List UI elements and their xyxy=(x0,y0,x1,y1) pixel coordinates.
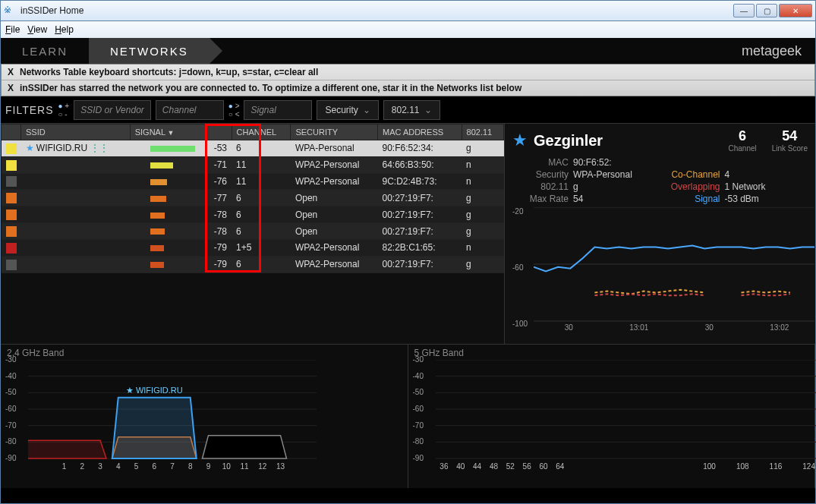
svg-text:64: 64 xyxy=(556,462,565,471)
table-row[interactable]: -796WPA2-Personal00:27:19:F7:g xyxy=(2,256,504,272)
table-row[interactable]: -791+5WPA2-Personal82:2B:C1:65:n xyxy=(2,239,504,256)
svg-text:13:02: 13:02 xyxy=(770,323,789,332)
svg-marker-16 xyxy=(112,398,197,458)
filter-channel-input[interactable]: Channel xyxy=(156,100,224,120)
svg-text:1: 1 xyxy=(62,462,67,471)
menu-file[interactable]: File xyxy=(5,24,20,35)
table-row[interactable]: -776Open00:27:19:F7:g xyxy=(2,190,504,206)
band-24-panel: 2.4 GHz Band ★ WIFIGID.RU123456789101112… xyxy=(1,345,408,488)
svg-text:100: 100 xyxy=(703,462,716,471)
svg-text:10: 10 xyxy=(222,462,232,471)
col-ssid[interactable]: SSID xyxy=(21,124,131,140)
tab-learn[interactable]: LEARN xyxy=(1,38,89,64)
notice-row: X inSSIDer has starred the network you a… xyxy=(2,80,814,96)
svg-text:★ WIFIGID.RU: ★ WIFIGID.RU xyxy=(126,386,183,395)
svg-text:124: 124 xyxy=(802,462,815,471)
signal-bar xyxy=(150,262,211,268)
col-signal[interactable]: SIGNAL xyxy=(130,124,232,140)
window-title: inSSIDer Home xyxy=(20,5,733,16)
svg-text:13:01: 13:01 xyxy=(629,323,648,332)
notice-text: Networks Table keyboard shortcuts: j=dow… xyxy=(20,67,318,77)
svg-text:4: 4 xyxy=(116,462,121,471)
color-chip xyxy=(6,243,17,254)
filter-signal-input[interactable]: Signal xyxy=(244,100,312,120)
svg-marker-18 xyxy=(203,436,287,458)
svg-text:56: 56 xyxy=(522,462,531,471)
svg-text:60: 60 xyxy=(539,462,548,471)
svg-text:6: 6 xyxy=(152,462,156,471)
notice-row: X Networks Table keyboard shortcuts: j=d… xyxy=(2,65,814,80)
col-proto[interactable]: 802.11 xyxy=(462,124,503,140)
detail-name: Gezginler xyxy=(534,132,603,150)
menu-view[interactable]: View xyxy=(27,24,47,35)
table-row[interactable]: ★ WIFIGID.RU ⋮⋮ -536WPA-Personal90:F6:52… xyxy=(2,140,504,157)
app-icon: ※ xyxy=(4,5,16,17)
signal-time-chart: -20 -60 -100 3013:013013:02 xyxy=(512,207,808,332)
band-5-panel: 5 GHz Band 36404448525660641001081161241… xyxy=(408,345,816,488)
table-row[interactable]: -786Open00:27:19:F7:g xyxy=(2,206,504,223)
tab-row: LEARN NETWORKS metageek xyxy=(1,38,815,64)
col-mac[interactable]: MAC ADDRESS xyxy=(378,124,462,140)
networks-table-panel: SSID SIGNAL CHANNEL SECURITY MAC ADDRESS… xyxy=(1,124,504,344)
menubar: File View Help xyxy=(0,21,816,38)
color-chip xyxy=(6,209,17,220)
svg-text:9: 9 xyxy=(206,462,211,471)
notice-text: inSSIDer has starred the network you are… xyxy=(20,83,521,93)
table-row[interactable]: -7611WPA2-Personal9C:D2:4B:73:n xyxy=(2,173,504,190)
svg-text:5: 5 xyxy=(134,462,139,471)
table-row[interactable]: -786Open00:27:19:F7:g xyxy=(2,223,504,240)
color-chip xyxy=(6,176,17,187)
color-chip xyxy=(6,226,17,237)
notices: X Networks Table keyboard shortcuts: j=d… xyxy=(1,64,815,96)
signal-bar xyxy=(150,162,211,169)
minimize-button[interactable]: — xyxy=(733,4,755,17)
color-chip xyxy=(6,193,17,203)
svg-text:3: 3 xyxy=(98,462,102,471)
svg-text:108: 108 xyxy=(736,462,748,471)
svg-text:48: 48 xyxy=(489,462,498,471)
filter-signal-radio[interactable]: >< xyxy=(228,102,240,118)
color-chip xyxy=(6,260,17,270)
titlebar: ※ inSSIDer Home — ▢ ✕ xyxy=(0,0,816,21)
col-security[interactable]: SECURITY xyxy=(291,124,378,140)
signal-bar xyxy=(150,196,211,202)
tab-networks[interactable]: NETWORKS xyxy=(89,38,210,64)
svg-text:36: 36 xyxy=(440,462,449,471)
maximize-button[interactable]: ▢ xyxy=(756,4,777,17)
svg-text:30: 30 xyxy=(705,323,714,332)
star-icon[interactable]: ★ xyxy=(26,143,34,153)
signal-bar xyxy=(150,146,211,152)
svg-text:52: 52 xyxy=(506,462,515,471)
close-icon[interactable]: X xyxy=(8,67,14,77)
svg-text:30: 30 xyxy=(565,323,574,332)
filters-bar: FILTERS +- SSID or Vendor Channel >< Sig… xyxy=(1,96,815,124)
filter-security-dropdown[interactable]: Security xyxy=(317,100,378,120)
svg-text:12: 12 xyxy=(258,462,267,471)
networks-table[interactable]: SSID SIGNAL CHANNEL SECURITY MAC ADDRESS… xyxy=(1,124,504,273)
filter-mode-radio[interactable]: +- xyxy=(58,102,70,118)
filters-label: FILTERS xyxy=(5,104,54,116)
brand-logo: metageek xyxy=(742,43,802,59)
table-row[interactable]: -7111WPA2-Personal64:66:B3:50:n xyxy=(2,156,504,173)
svg-text:13: 13 xyxy=(276,462,285,471)
color-chip xyxy=(6,143,17,154)
close-button[interactable]: ✕ xyxy=(779,4,812,17)
svg-text:7: 7 xyxy=(170,462,175,471)
svg-text:2: 2 xyxy=(80,462,84,471)
color-chip xyxy=(6,160,17,171)
close-icon[interactable]: X xyxy=(8,83,14,93)
signal-bar xyxy=(150,213,211,219)
svg-text:8: 8 xyxy=(188,462,193,471)
signal-bar xyxy=(150,179,211,185)
menu-help[interactable]: Help xyxy=(55,24,74,35)
signal-bar xyxy=(150,228,211,235)
network-detail-panel: ★ Gezginler 6Channel 54Link Score MAC90:… xyxy=(504,124,815,344)
svg-text:40: 40 xyxy=(456,462,465,471)
svg-text:116: 116 xyxy=(769,462,782,471)
col-channel[interactable]: CHANNEL xyxy=(232,124,291,140)
filter-proto-dropdown[interactable]: 802.11 xyxy=(383,100,440,120)
svg-marker-14 xyxy=(28,440,106,458)
wifi-icon: ⋮⋮ xyxy=(90,143,109,153)
filter-ssid-input[interactable]: SSID or Vendor xyxy=(74,100,151,120)
star-icon[interactable]: ★ xyxy=(512,131,528,150)
